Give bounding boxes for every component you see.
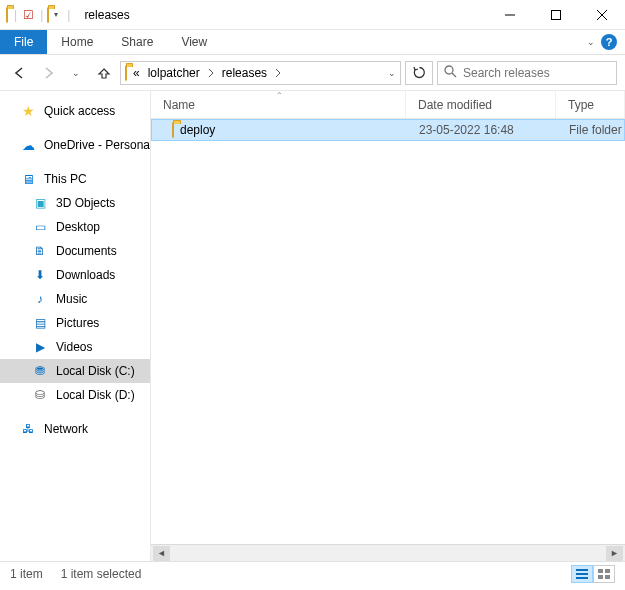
picture-icon: ▤: [32, 315, 48, 331]
svg-line-5: [452, 73, 456, 77]
sidebar-item-documents[interactable]: 🗎Documents: [0, 239, 150, 263]
sidebar-item-videos[interactable]: ▶Videos: [0, 335, 150, 359]
view-details-button[interactable]: [571, 565, 593, 583]
status-item-count: 1 item: [10, 567, 43, 581]
refresh-button[interactable]: [405, 61, 433, 85]
svg-rect-9: [598, 569, 603, 573]
search-box[interactable]: [437, 61, 617, 85]
scroll-right-icon[interactable]: ►: [606, 546, 623, 561]
svg-rect-6: [576, 569, 588, 571]
navigation-bar: ⌄ « lolpatcher releases ⌄: [0, 55, 625, 91]
sidebar-item-quick-access[interactable]: ★Quick access: [0, 99, 150, 123]
cloud-icon: ☁: [20, 137, 36, 153]
scroll-left-icon[interactable]: ◄: [153, 546, 170, 561]
file-type: File folder: [557, 123, 624, 137]
minimize-button[interactable]: [487, 0, 533, 30]
column-date-modified[interactable]: Date modified: [406, 91, 556, 118]
network-icon: 🖧: [20, 421, 36, 437]
qat-folder-icon[interactable]: [47, 8, 49, 22]
address-folder-icon: [125, 66, 127, 80]
close-button[interactable]: [579, 0, 625, 30]
sidebar-item-desktop[interactable]: ▭Desktop: [0, 215, 150, 239]
list-item[interactable]: deploy 23-05-2022 16:48 File folder: [151, 119, 625, 141]
ribbon: File Home Share View ⌄ ?: [0, 30, 625, 55]
star-icon: ★: [20, 103, 36, 119]
status-selected-count: 1 item selected: [61, 567, 142, 581]
file-list[interactable]: deploy 23-05-2022 16:48 File folder: [151, 119, 625, 544]
help-button[interactable]: ?: [601, 34, 617, 50]
desktop-icon: ▭: [32, 219, 48, 235]
disk-icon: ⛃: [32, 363, 48, 379]
file-tab[interactable]: File: [0, 30, 47, 54]
qat-separator: |: [12, 8, 19, 22]
sidebar-item-pictures[interactable]: ▤Pictures: [0, 311, 150, 335]
svg-rect-12: [605, 575, 610, 579]
sidebar-item-3d-objects[interactable]: ▣3D Objects: [0, 191, 150, 215]
breadcrumb-releases[interactable]: releases: [220, 66, 269, 80]
folder-icon: [172, 123, 174, 137]
navigation-pane[interactable]: ★Quick access ☁OneDrive - Personal 🖥This…: [0, 91, 150, 561]
forward-button[interactable]: [36, 61, 60, 85]
address-bar[interactable]: « lolpatcher releases ⌄: [120, 61, 401, 85]
qat-properties-icon[interactable]: ☑: [21, 8, 36, 22]
svg-rect-10: [605, 569, 610, 573]
qat-separator: |: [38, 8, 45, 22]
breadcrumb-lolpatcher[interactable]: lolpatcher: [146, 66, 202, 80]
sidebar-item-this-pc[interactable]: 🖥This PC: [0, 167, 150, 191]
up-button[interactable]: [92, 61, 116, 85]
breadcrumb-prefix: «: [131, 66, 142, 80]
qat-dropdown-icon[interactable]: ▾: [51, 10, 61, 19]
search-input[interactable]: [463, 66, 613, 80]
breadcrumb-sep-icon[interactable]: [206, 62, 216, 84]
maximize-button[interactable]: [533, 0, 579, 30]
window-title: releases: [84, 8, 129, 22]
tab-share[interactable]: Share: [107, 30, 167, 54]
title-bar: | ☑ | ▾ | releases: [0, 0, 625, 30]
tab-view[interactable]: View: [167, 30, 221, 54]
status-bar: 1 item 1 item selected: [0, 561, 625, 585]
music-icon: ♪: [32, 291, 48, 307]
app-folder-icon: [6, 8, 8, 22]
svg-rect-1: [552, 10, 561, 19]
video-icon: ▶: [32, 339, 48, 355]
sidebar-item-local-disk-d[interactable]: ⛁Local Disk (D:): [0, 383, 150, 407]
tab-home[interactable]: Home: [47, 30, 107, 54]
sidebar-item-network[interactable]: 🖧Network: [0, 417, 150, 441]
ribbon-expand-icon[interactable]: ⌄: [587, 37, 595, 47]
document-icon: 🗎: [32, 243, 48, 259]
sort-indicator-icon: ⌃: [276, 91, 283, 100]
file-name: deploy: [180, 123, 215, 137]
monitor-icon: 🖥: [20, 171, 36, 187]
horizontal-scrollbar[interactable]: ◄ ►: [151, 544, 625, 561]
svg-point-4: [445, 66, 453, 74]
content-pane: Name ⌃ Date modified Type deploy 23-05-2…: [150, 91, 625, 561]
svg-rect-8: [576, 577, 588, 579]
qat-separator: |: [65, 8, 72, 22]
sidebar-item-music[interactable]: ♪Music: [0, 287, 150, 311]
sidebar-item-local-disk-c[interactable]: ⛃Local Disk (C:): [0, 359, 150, 383]
sidebar-item-downloads[interactable]: ⬇Downloads: [0, 263, 150, 287]
svg-rect-7: [576, 573, 588, 575]
column-headers: Name ⌃ Date modified Type: [151, 91, 625, 119]
svg-rect-11: [598, 575, 603, 579]
file-date: 23-05-2022 16:48: [407, 123, 557, 137]
sidebar-item-onedrive[interactable]: ☁OneDrive - Personal: [0, 133, 150, 157]
scroll-track[interactable]: [172, 546, 604, 561]
back-button[interactable]: [8, 61, 32, 85]
column-type[interactable]: Type: [556, 91, 625, 118]
cube-icon: ▣: [32, 195, 48, 211]
download-icon: ⬇: [32, 267, 48, 283]
view-large-icons-button[interactable]: [593, 565, 615, 583]
breadcrumb-sep-icon[interactable]: [273, 62, 283, 84]
search-icon: [444, 65, 457, 81]
disk-icon: ⛁: [32, 387, 48, 403]
address-history-icon[interactable]: ⌄: [388, 68, 396, 78]
recent-dropdown[interactable]: ⌄: [64, 61, 88, 85]
